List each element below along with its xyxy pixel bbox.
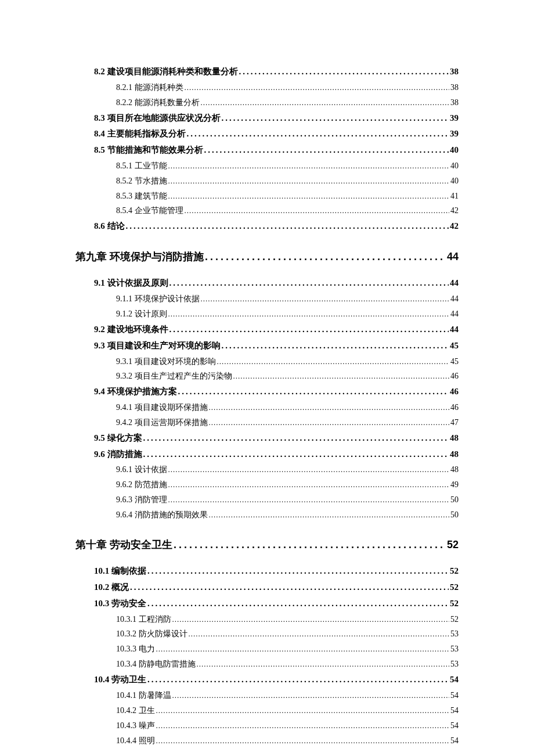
- toc-label: 8.5.4 企业节能管理: [116, 203, 183, 218]
- toc-leader-dots: [147, 563, 449, 579]
- toc-entry: 10.1 编制依据52: [94, 563, 459, 579]
- toc-label: 9.4 环境保护措施方案: [94, 384, 177, 400]
- toc-label: 9.6.2 防范措施: [116, 477, 167, 492]
- toc-page-number: 54: [450, 672, 459, 688]
- toc-entry: 10.4.2 卫生54: [116, 703, 459, 718]
- toc-entry: 10.4 劳动卫生54: [94, 672, 459, 688]
- toc-label: 8.6 结论: [94, 218, 125, 235]
- toc-label: 10.4 劳动卫生: [94, 672, 146, 688]
- toc-leader-dots: [222, 110, 449, 127]
- toc-entry: 8.5 节能措施和节能效果分析40: [94, 142, 459, 159]
- toc-label: 8.2.1 能源消耗种类: [116, 80, 183, 95]
- toc-entry: 8.3 项目所在地能源供应状况分析39: [94, 110, 459, 127]
- toc-leader-dots: [209, 400, 450, 415]
- toc-label: 9.4.1 项目建设期环保措施: [116, 400, 208, 415]
- toc-entry: 8.5.1 工业节能40: [116, 159, 459, 174]
- toc-leader-dots: [168, 462, 450, 477]
- toc-leader-dots: [185, 80, 450, 95]
- toc-label: 9.3.1 项目建设对环境的影响: [116, 354, 216, 369]
- toc-page-number: 53: [450, 642, 459, 657]
- toc-entry: 10.3.2 防火防爆设计53: [116, 627, 459, 642]
- toc-page-number: 41: [450, 189, 459, 204]
- toc-content: 8.2 建设项目能源消耗种类和数量分析388.2.1 能源消耗种类388.2.2…: [75, 64, 459, 748]
- toc-leader-dots: [201, 291, 450, 307]
- toc-label: 10.3.3 电力: [116, 642, 155, 657]
- toc-entry: 第九章 环境保护与消防措施44: [75, 247, 459, 266]
- toc-entry: 10.4.3 噪声54: [116, 718, 459, 733]
- toc-entry: 8.6 结论42: [94, 218, 459, 235]
- toc-page-number: 38: [450, 95, 459, 110]
- toc-label: 10.4.1 防暑降温: [116, 688, 171, 703]
- toc-entry: 9.4.1 项目建设期环保措施46: [116, 400, 459, 415]
- toc-entry: 10.3.3 电力53: [116, 642, 459, 657]
- toc-page-number: 54: [450, 718, 459, 733]
- toc-page-number: 45: [450, 338, 459, 354]
- toc-label: 8.3 项目所在地能源供应状况分析: [94, 110, 221, 127]
- toc-page-number: 40: [450, 174, 459, 189]
- toc-page-number: 50: [450, 507, 459, 523]
- toc-leader-dots: [168, 174, 450, 189]
- toc-page-number: 52: [447, 535, 459, 554]
- toc-entry: 10.4.4 照明54: [116, 733, 459, 748]
- toc-label: 9.6.3 消防管理: [116, 492, 167, 507]
- toc-entry: 8.2.1 能源消耗种类38: [116, 80, 459, 95]
- toc-leader-dots: [130, 579, 449, 596]
- toc-entry: 10.3.4 防静电防雷措施53: [116, 657, 459, 672]
- toc-entry: 9.3.2 项目生产过程产生的污染物46: [116, 369, 459, 384]
- toc-page-number: 42: [450, 203, 459, 218]
- toc-entry: 8.5.2 节水措施40: [116, 174, 459, 189]
- toc-label: 9.1.2 设计原则: [116, 307, 167, 322]
- toc-entry: 9.6.4 消防措施的预期效果50: [116, 507, 459, 523]
- toc-label: 8.5 节能措施和节能效果分析: [94, 142, 203, 159]
- toc-page-number: 39: [450, 110, 459, 127]
- toc-page-number: 52: [450, 596, 459, 612]
- toc-label: 8.2.2 能源消耗数量分析: [116, 95, 200, 110]
- toc-entry: 10.3 劳动安全52: [94, 596, 459, 612]
- toc-page-number: 54: [450, 688, 459, 703]
- toc-leader-dots: [197, 657, 450, 672]
- toc-leader-dots: [147, 596, 449, 612]
- toc-page-number: 44: [450, 275, 459, 291]
- toc-label: 9.2 建设地环境条件: [94, 322, 168, 338]
- toc-label: 9.6.1 设计依据: [116, 462, 167, 477]
- toc-entry: 9.6.1 设计依据48: [116, 462, 459, 477]
- toc-leader-dots: [217, 354, 450, 369]
- toc-leader-dots: [156, 733, 450, 748]
- toc-leader-dots: [209, 507, 450, 523]
- toc-page-number: 44: [450, 307, 459, 322]
- toc-page-number: 44: [450, 322, 459, 338]
- toc-label: 10.3.2 防火防爆设计: [116, 627, 187, 642]
- toc-leader-dots: [143, 430, 449, 447]
- toc-label: 10.4.3 噪声: [116, 718, 155, 733]
- toc-entry: 10.2 概况52: [94, 579, 459, 596]
- toc-entry: 第十章 劳动安全卫生52: [75, 535, 459, 554]
- toc-leader-dots: [126, 218, 449, 235]
- toc-page-number: 53: [450, 627, 459, 642]
- toc-page-number: 52: [450, 612, 459, 627]
- toc-entry: 9.1.1 环境保护设计依据44: [116, 291, 459, 307]
- toc-page-number: 46: [450, 384, 459, 400]
- toc-page-number: 52: [450, 579, 459, 596]
- toc-leader-dots: [185, 203, 450, 218]
- toc-entry: 9.4.2 项目运营期环保措施47: [116, 415, 459, 430]
- toc-label: 10.4.2 卫生: [116, 703, 155, 718]
- toc-leader-dots: [201, 95, 450, 110]
- toc-label: 10.3.1 工程消防: [116, 612, 171, 627]
- toc-leader-dots: [168, 307, 450, 322]
- toc-label: 9.3.2 项目生产过程产生的污染物: [116, 369, 232, 384]
- toc-entry: 9.6.2 防范措施49: [116, 477, 459, 492]
- toc-page-number: 48: [450, 462, 459, 477]
- toc-label: 9.5 绿化方案: [94, 430, 142, 447]
- toc-entry: 9.1.2 设计原则44: [116, 307, 459, 322]
- toc-entry: 9.6.3 消防管理50: [116, 492, 459, 507]
- toc-label: 10.1 编制依据: [94, 563, 146, 579]
- toc-page-number: 40: [450, 142, 459, 159]
- toc-page-number: 52: [450, 563, 459, 579]
- toc-entry: 10.4.1 防暑降温54: [116, 688, 459, 703]
- toc-entry: 9.3.1 项目建设对环境的影响45: [116, 354, 459, 369]
- toc-label: 9.1.1 环境保护设计依据: [116, 291, 200, 307]
- toc-leader-dots: [239, 64, 449, 80]
- toc-label: 8.2 建设项目能源消耗种类和数量分析: [94, 64, 238, 80]
- toc-entry: 9.2 建设地环境条件44: [94, 322, 459, 338]
- toc-page-number: 38: [450, 80, 459, 95]
